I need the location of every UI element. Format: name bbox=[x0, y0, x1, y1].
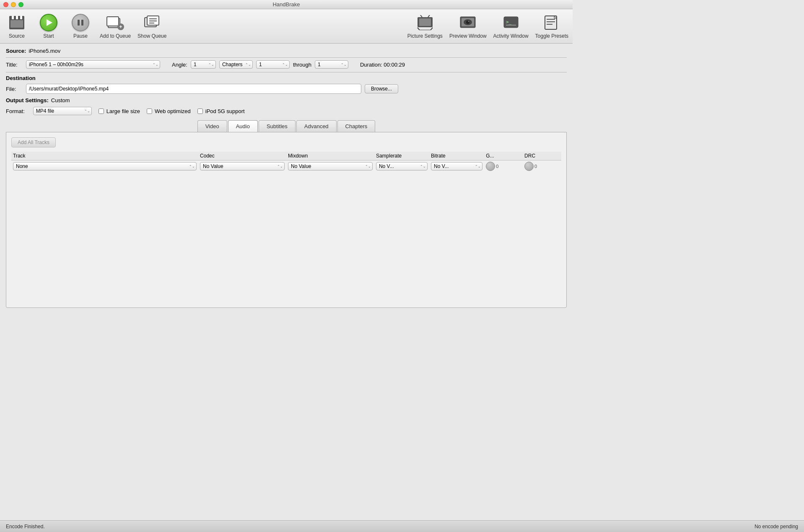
col-samplerate: Samplerate bbox=[374, 152, 429, 160]
preview-window-icon bbox=[459, 14, 477, 31]
format-select-wrapper: MP4 file bbox=[33, 107, 92, 115]
tab-audio[interactable]: Audio bbox=[228, 120, 258, 132]
source-button[interactable]: Source bbox=[4, 14, 29, 39]
svg-line-19 bbox=[420, 15, 422, 17]
destination-divider bbox=[6, 72, 567, 72]
svg-text:>_: >_ bbox=[506, 19, 512, 25]
svg-rect-7 bbox=[107, 17, 119, 26]
chapter-from-wrapper: 1 bbox=[256, 60, 290, 69]
activity-window-label: Activity Window bbox=[493, 33, 529, 39]
source-file-value: iPhone5.mov bbox=[29, 48, 60, 54]
svg-rect-2 bbox=[12, 16, 14, 19]
picture-settings-button[interactable]: Picture Settings bbox=[407, 14, 443, 39]
file-path-input[interactable] bbox=[26, 84, 361, 94]
tab-chapters[interactable]: Chapters bbox=[337, 120, 376, 132]
title-field-label: Title: bbox=[6, 62, 23, 68]
samplerate-select[interactable]: No V... bbox=[376, 162, 428, 170]
chapter-from-select[interactable]: 1 bbox=[256, 60, 290, 69]
source-field-label: Source: bbox=[6, 48, 26, 54]
preview-window-button[interactable]: Preview Window bbox=[449, 14, 487, 39]
chapter-to-wrapper: 1 bbox=[315, 60, 348, 69]
titlebar: HandBrake bbox=[0, 0, 573, 9]
mixdown-select[interactable]: No Value bbox=[288, 162, 373, 170]
destination-header: Destination bbox=[6, 75, 567, 81]
chapters-select-wrapper: Chapters bbox=[219, 60, 253, 69]
toolbar-left: Source Start Pause bbox=[4, 14, 407, 39]
pause-icon bbox=[72, 14, 89, 31]
source-row: Source: iPhone5.mov bbox=[6, 48, 567, 54]
source-icon bbox=[8, 14, 26, 31]
mixdown-cell: No Value bbox=[286, 160, 374, 173]
title-row: Title: iPhone5 1 – 00h00m29s Angle: 1 Ch… bbox=[6, 60, 567, 69]
samplerate-select-wrapper: No V... bbox=[376, 162, 428, 170]
web-optimized-label: Web optimized bbox=[155, 108, 191, 114]
gain-value: 0 bbox=[496, 164, 498, 169]
add-to-queue-label: Add to Queue bbox=[100, 33, 131, 39]
maximize-button[interactable] bbox=[18, 2, 23, 7]
bitrate-select-wrapper: No V... bbox=[431, 162, 482, 170]
source-divider bbox=[6, 57, 567, 58]
picture-settings-label: Picture Settings bbox=[407, 33, 443, 39]
add-to-queue-button[interactable]: + Add to Queue bbox=[100, 14, 131, 39]
show-queue-button[interactable]: Show Queue bbox=[137, 14, 166, 39]
large-file-size-checkbox[interactable] bbox=[99, 108, 104, 114]
main-content: Source: iPhone5.mov Title: iPhone5 1 – 0… bbox=[0, 44, 573, 312]
format-row: Format: MP4 file Large file size Web opt… bbox=[6, 107, 567, 115]
pause-label: Pause bbox=[73, 33, 88, 39]
destination-section: Destination File: Browse... bbox=[6, 75, 567, 94]
col-codec: Codec bbox=[198, 152, 286, 160]
bitrate-cell: No V... bbox=[429, 160, 484, 173]
source-label: Source bbox=[9, 33, 25, 39]
col-track: Track bbox=[11, 152, 198, 160]
tab-advanced[interactable]: Advanced bbox=[296, 120, 337, 132]
mixdown-select-wrapper: No Value bbox=[288, 162, 373, 170]
activity-window-button[interactable]: >_ Activity Window bbox=[493, 14, 529, 39]
svg-text:+: + bbox=[119, 24, 122, 30]
audio-table: Track Codec Mixdown Samplerate Bitrate G… bbox=[11, 152, 561, 172]
toggle-presets-icon bbox=[543, 14, 560, 31]
title-select[interactable]: iPhone5 1 – 00h00m29s bbox=[26, 60, 160, 69]
chapter-to-select[interactable]: 1 bbox=[315, 60, 348, 69]
audio-panel: Add All Tracks Track Codec Mixdown Sampl… bbox=[6, 132, 567, 308]
browse-button[interactable]: Browse... bbox=[365, 84, 398, 93]
minimize-button[interactable] bbox=[11, 2, 16, 7]
audio-table-header: Track Codec Mixdown Samplerate Bitrate G… bbox=[11, 152, 561, 160]
output-settings-label: Output Settings: bbox=[6, 97, 49, 103]
tab-subtitles[interactable]: Subtitles bbox=[259, 120, 296, 132]
chapters-select[interactable]: Chapters bbox=[219, 60, 253, 69]
col-gain: G... bbox=[484, 152, 523, 160]
codec-cell: No Value bbox=[198, 160, 286, 173]
web-optimized-checkbox[interactable] bbox=[147, 108, 152, 114]
tabs-bar: Video Audio Subtitles Advanced Chapters bbox=[6, 120, 567, 132]
svg-rect-21 bbox=[419, 18, 431, 26]
activity-window-icon: >_ bbox=[502, 14, 520, 31]
format-select[interactable]: MP4 file bbox=[33, 107, 92, 115]
close-button[interactable] bbox=[3, 2, 8, 7]
drc-value: 0 bbox=[534, 164, 537, 169]
drc-knob[interactable] bbox=[524, 162, 534, 171]
ipod-support-checkbox[interactable] bbox=[197, 108, 203, 114]
angle-label: Angle: bbox=[172, 62, 187, 68]
large-file-size-label: Large file size bbox=[106, 108, 140, 114]
svg-line-20 bbox=[428, 15, 430, 17]
window-controls bbox=[3, 2, 23, 7]
picture-settings-icon bbox=[416, 14, 434, 31]
track-select[interactable]: None bbox=[13, 162, 197, 170]
bitrate-select[interactable]: No V... bbox=[431, 162, 482, 170]
gain-knob[interactable] bbox=[486, 162, 495, 171]
start-button[interactable]: Start bbox=[36, 14, 61, 39]
toggle-presets-button[interactable]: Toggle Presets bbox=[535, 14, 568, 39]
col-drc: DRC bbox=[523, 152, 561, 160]
drc-cell: 0 bbox=[523, 160, 561, 173]
add-all-tracks-button[interactable]: Add All Tracks bbox=[11, 137, 56, 147]
angle-select[interactable]: 1 bbox=[191, 60, 216, 69]
file-label: File: bbox=[6, 86, 23, 92]
format-label: Format: bbox=[6, 108, 25, 114]
title-select-wrapper: iPhone5 1 – 00h00m29s bbox=[26, 60, 160, 69]
show-queue-icon bbox=[143, 14, 161, 31]
pause-button[interactable]: Pause bbox=[68, 14, 93, 39]
svg-line-16 bbox=[418, 28, 420, 30]
tab-video[interactable]: Video bbox=[197, 120, 227, 132]
codec-select[interactable]: No Value bbox=[200, 162, 285, 170]
start-icon bbox=[40, 14, 57, 31]
